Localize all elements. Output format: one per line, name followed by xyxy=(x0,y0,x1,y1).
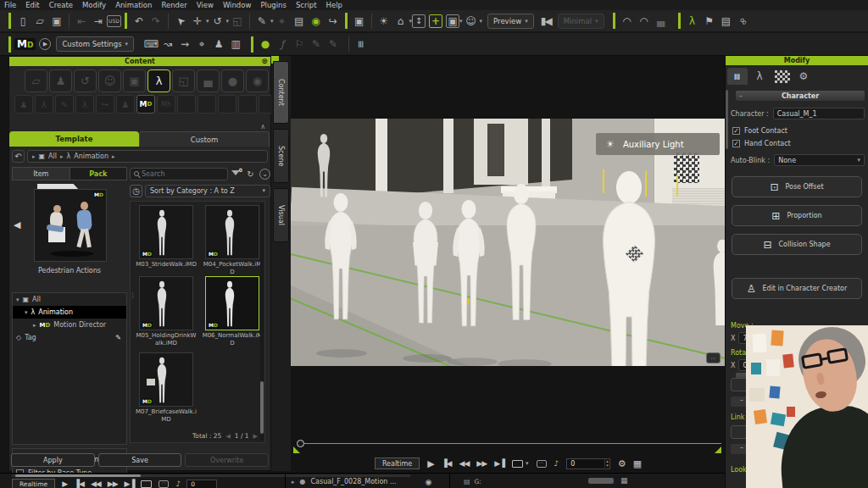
custom-settings-dropdown[interactable]: Custom Settings▾ xyxy=(56,36,134,52)
frame-counter[interactable]: ▴▾ xyxy=(566,458,610,469)
bottom-play-button[interactable]: ▶ xyxy=(62,480,67,488)
path-icon[interactable]: ↝ xyxy=(159,36,176,53)
bottom-caption-button[interactable]: ⋯ xyxy=(159,480,169,488)
play-button[interactable]: ▶ xyxy=(427,458,433,469)
asset-m04[interactable]: MD M04_PocketWalk.iMD xyxy=(202,205,263,276)
subcategory-md-icon-active[interactable]: MD xyxy=(136,95,155,114)
preview-dropdown[interactable]: Preview▾ xyxy=(487,14,534,29)
modify-panel-header[interactable]: Modify xyxy=(726,56,868,65)
bottom-frame-counter[interactable] xyxy=(186,480,217,488)
playback-settings-gear-icon[interactable]: ⚙ xyxy=(618,458,626,469)
close-icon[interactable]: ⊗ xyxy=(261,57,268,65)
asset-m05[interactable]: MD M05_HoldingDrinkWalk.iMD xyxy=(136,276,197,347)
category-head-icon[interactable]: ↺ xyxy=(74,69,97,92)
pose-offset-button[interactable]: ⊡ Pose Offset xyxy=(732,176,862,197)
refresh-icon[interactable]: ↻ xyxy=(244,168,257,180)
export-icon[interactable]: ⇥ xyxy=(90,13,107,30)
range-start-marker[interactable] xyxy=(293,446,300,453)
modify-tab-settings-gear-icon[interactable]: ⚙ xyxy=(795,68,812,85)
pack-thumbnail[interactable]: MD xyxy=(34,189,107,262)
category-material-icon[interactable]: ◉ xyxy=(246,69,269,92)
sort-dropdown[interactable]: Sort by Category : A to Z ▾ xyxy=(145,185,270,197)
grid-scrollbar[interactable] xyxy=(260,203,264,441)
collapse-panel-icon[interactable]: ∧ xyxy=(260,123,265,130)
category-cloth-icon[interactable]: ☺ xyxy=(98,69,121,92)
attach-icon[interactable]: ↪ xyxy=(325,13,342,30)
asset-m07[interactable]: MD M07_BriefcaseWalk.iMD xyxy=(136,352,197,424)
timeline-hscrollbar-thumb[interactable] xyxy=(15,474,141,477)
menu-animation[interactable]: Animation xyxy=(115,1,152,9)
breadcrumb[interactable]: ▸ ▣ All ▸ λ Animation ▸ xyxy=(27,150,268,163)
tab-template[interactable]: Template xyxy=(9,131,139,147)
timeline-panel-icon[interactable]: ▦ xyxy=(633,458,641,469)
track-visibility-eye-icon[interactable]: ◉ xyxy=(426,478,432,486)
next-page-icon[interactable]: ▶ xyxy=(253,433,258,440)
dock-tab-content[interactable]: Content xyxy=(273,61,289,124)
filter-funnel-icon[interactable]: 0 xyxy=(231,169,242,180)
category-effect-icon[interactable]: ● xyxy=(221,69,244,92)
character-female-2[interactable] xyxy=(404,163,447,364)
track-scrollbar-thumb[interactable] xyxy=(588,478,614,484)
caption-button[interactable]: ⋯ xyxy=(537,460,547,468)
track-grid-icon[interactable]: ▦ xyxy=(620,476,628,485)
videocam-icon[interactable]: ▮◀ xyxy=(537,13,554,30)
dock-tab-scene[interactable]: Scene xyxy=(273,129,289,183)
search-box[interactable] xyxy=(130,168,228,180)
modify-tab-animation[interactable]: λ xyxy=(749,68,770,85)
audio-note-icon[interactable]: ♪ xyxy=(554,459,559,468)
fit-view-icon[interactable]: ↕ xyxy=(412,14,426,28)
edit-tag-pencil-icon[interactable]: ✎ xyxy=(115,334,121,341)
hand-contact-checkbox[interactable]: ✓ Hand Contact xyxy=(732,140,868,147)
collision-shape-button[interactable]: ⊟ Collision Shape xyxy=(732,234,862,255)
modify-tab-attributes[interactable]: ≡ xyxy=(727,68,748,85)
character-female-1[interactable] xyxy=(319,158,363,358)
pen-tool-icon[interactable]: ✎ xyxy=(253,13,270,30)
bottom-fast-forward-button[interactable]: ▶▶ xyxy=(108,480,118,488)
menu-file[interactable]: File xyxy=(4,1,16,9)
rotate-tool-icon[interactable]: ↺ xyxy=(209,13,226,30)
category-scene-icon[interactable]: ◱ xyxy=(172,69,195,92)
bottom-note-icon[interactable]: ♪ xyxy=(175,480,180,488)
viewport-3d-render[interactable]: ☀ Auxiliary Light ⋯ xyxy=(291,119,725,366)
to-start-button[interactable]: ▐◀ xyxy=(442,459,452,468)
apply-button[interactable]: Apply xyxy=(11,453,95,467)
flag-icon[interactable]: ⚑ xyxy=(701,13,718,30)
grid-scrollbar-thumb[interactable] xyxy=(260,381,264,434)
category-set-icon[interactable]: ▱ xyxy=(25,69,47,92)
recent-clock-icon[interactable]: ◷ xyxy=(130,185,142,197)
spawn-point-icon[interactable]: ⌖ xyxy=(193,36,210,53)
face-puppet-icon[interactable]: ☺ xyxy=(463,13,480,30)
modify-scrollbar[interactable] xyxy=(726,90,728,149)
content-panel-header[interactable]: Content ⊗ xyxy=(9,57,270,66)
search-input[interactable] xyxy=(142,170,209,178)
track-header[interactable]: ▸ ● Casual_F_0028_Motion ... ◉ xyxy=(292,476,431,487)
md-play-icon[interactable]: ▶ xyxy=(39,38,51,50)
orbit-arc-icon[interactable]: ◠ xyxy=(619,13,636,30)
menu-render[interactable]: Render xyxy=(161,1,186,9)
breadcrumb-back-icon[interactable]: ↶ xyxy=(12,150,25,163)
expand-circle-icon[interactable]: ⌄ xyxy=(259,169,270,180)
menu-edit[interactable]: Edit xyxy=(25,1,39,9)
bottom-rewind-button[interactable]: ◀◀ xyxy=(91,480,101,488)
visibility-eye-icon[interactable]: ◉ xyxy=(308,13,325,30)
track-expand-icon[interactable]: ▸ xyxy=(292,479,295,485)
bottom-loop-button[interactable] xyxy=(141,480,152,488)
new-project-icon[interactable]: ▯ xyxy=(14,13,31,30)
asset-m03[interactable]: MD M03_StrideWalk.iMD xyxy=(136,205,197,269)
character-male-foreground[interactable] xyxy=(582,171,676,366)
section-character[interactable]: –Character xyxy=(736,91,865,101)
tree-item-all[interactable]: ▾▣All xyxy=(13,293,126,306)
category-prop-icon[interactable]: ▣ xyxy=(123,69,146,92)
menu-help[interactable]: Help xyxy=(326,1,342,9)
pan-arc-icon[interactable]: ◠ xyxy=(636,13,653,30)
tab-item[interactable]: Item xyxy=(12,167,70,180)
viewport-comment-icon[interactable]: ⋯ xyxy=(706,352,721,363)
dock-tab-visual[interactable]: Visual xyxy=(273,188,289,242)
category-animation-icon-selected[interactable]: λ xyxy=(147,69,170,92)
save-button[interactable]: Save xyxy=(98,453,182,467)
scrubber-track[interactable] xyxy=(301,443,721,444)
record-icon[interactable]: ● xyxy=(257,36,274,53)
tab-pack[interactable]: Pack xyxy=(70,167,128,180)
eq-sliders-icon[interactable]: ≡ xyxy=(353,36,370,53)
proportion-button[interactable]: ⊞ Proportion xyxy=(732,205,862,226)
